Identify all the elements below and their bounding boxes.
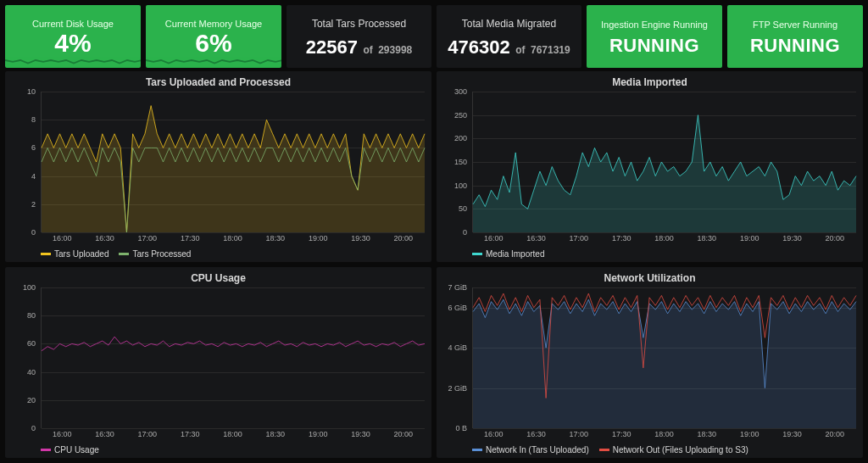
cpu-chart-panel: CPU Usage02040608010016:0016:3017:0017:3… (5, 267, 431, 458)
y-tick: 100 (454, 181, 467, 190)
legend-swatch (472, 253, 482, 255)
y-tick: 0 (463, 228, 467, 237)
chart-title: Tars Uploaded and Processed (5, 75, 431, 92)
y-tick: 2 GiB (448, 384, 467, 393)
chart-legend: CPU Usage (5, 443, 431, 455)
x-tick: 17:30 (612, 234, 632, 243)
chart-body: 0 B2 GiB4 GiB6 GiB7 GiB16:0016:3017:0017… (437, 287, 863, 443)
y-tick: 40 (27, 368, 36, 377)
y-axis: 0246810 (5, 92, 39, 232)
chart-svg (473, 92, 856, 232)
x-tick: 16:30 (526, 430, 546, 438)
memory-usage-card: Current Memory Usage 6% (146, 5, 281, 68)
y-tick: 7 GiB (448, 283, 467, 292)
x-tick: 16:00 (484, 234, 504, 243)
total-tars-title: Total Tars Processed (312, 18, 406, 30)
svg-marker-0 (42, 106, 425, 232)
y-tick: 10 (27, 87, 36, 96)
y-tick: 4 (31, 172, 36, 181)
chart-body: 024681016:0016:3017:0017:3018:0018:3019:… (5, 92, 431, 248)
x-tick: 19:00 (740, 234, 760, 243)
total-media-card: Total Media Migrated 476302 of 7671319 (437, 5, 581, 68)
ingestion-status-title: Ingestion Engine Running (601, 20, 708, 30)
chart-body: 05010015020025030016:0016:3017:0017:3018… (437, 92, 863, 248)
media-chart-panel: Media Imported05010015020025030016:0016:… (437, 71, 863, 262)
ftp-status-value: RUNNING (750, 35, 840, 57)
y-tick: 20 (27, 396, 36, 404)
x-tick: 16:00 (484, 430, 504, 438)
chart-svg (42, 92, 425, 232)
y-axis: 050100150200250300 (437, 92, 470, 232)
legend-label: CPU Usage (54, 445, 99, 455)
x-tick: 19:30 (782, 234, 802, 243)
legend-label: Tars Uploaded (54, 249, 108, 259)
x-tick: 16:30 (526, 234, 546, 243)
legend-swatch (472, 449, 482, 451)
legend-label: Media Imported (486, 249, 544, 259)
y-tick: 300 (454, 87, 467, 96)
y-tick: 0 B (455, 424, 467, 432)
x-tick: 17:00 (570, 234, 589, 243)
x-tick: 18:00 (654, 430, 674, 438)
net-chart-panel: Network Utilization0 B2 GiB4 GiB6 GiB7 G… (437, 267, 863, 458)
x-tick: 16:30 (95, 430, 114, 438)
total-tars-of: of (363, 44, 372, 56)
legend-swatch (41, 449, 51, 451)
x-tick: 19:00 (309, 234, 328, 243)
total-tars-card: Total Tars Processed 22567 of 293998 (287, 5, 431, 68)
x-tick: 18:00 (223, 430, 242, 438)
x-axis: 16:0016:3017:0017:3018:0018:3019:0019:30… (41, 428, 425, 443)
y-tick: 6 GiB (448, 304, 467, 312)
x-tick: 17:00 (138, 234, 158, 243)
top-metrics-row: Current Disk Usage 4% Current Memory Usa… (0, 0, 868, 71)
x-tick: 18:30 (698, 430, 717, 438)
plot-area (472, 92, 856, 232)
y-tick: 6 (31, 143, 36, 152)
total-media-value: 476302 (448, 36, 509, 58)
total-media-value-line: 476302 of 7671319 (448, 36, 570, 59)
disk-sparkline (5, 53, 141, 68)
legend-label: Tars Processed (132, 249, 191, 259)
y-tick: 250 (454, 111, 467, 120)
y-axis: 020406080100 (5, 287, 39, 428)
x-tick: 19:00 (740, 430, 760, 438)
disk-usage-card: Current Disk Usage 4% (5, 5, 141, 68)
x-axis: 16:0016:3017:0017:3018:0018:3019:0019:30… (472, 428, 856, 443)
chart-svg (473, 287, 856, 428)
x-tick: 19:30 (351, 430, 370, 438)
legend-item: CPU Usage (41, 445, 99, 455)
total-tars-value-line: 22567 of 293998 (306, 36, 412, 59)
chart-svg (42, 287, 425, 428)
x-tick: 17:30 (181, 234, 200, 243)
x-tick: 19:30 (782, 430, 802, 438)
x-tick: 17:00 (570, 430, 589, 438)
y-tick: 60 (27, 339, 36, 348)
y-axis: 0 B2 GiB4 GiB6 GiB7 GiB (437, 287, 470, 428)
x-axis: 16:0016:3017:0017:3018:0018:3019:0019:30… (472, 232, 856, 248)
y-tick: 150 (454, 158, 467, 166)
legend-item: Tars Processed (119, 249, 191, 259)
total-media-title: Total Media Migrated (462, 18, 556, 30)
chart-legend: Network In (Tars Uploaded)Network Out (F… (437, 443, 863, 455)
legend-item: Network Out (Files Uploading to S3) (599, 445, 748, 455)
svg-marker-1 (473, 115, 856, 232)
y-tick: 80 (27, 311, 36, 320)
series-0 (42, 337, 425, 351)
x-tick: 20:00 (826, 234, 845, 243)
y-tick: 0 (31, 424, 36, 432)
x-tick: 19:30 (351, 234, 370, 243)
legend-label: Network In (Tars Uploaded) (486, 445, 589, 455)
chart-legend: Tars UploadedTars Processed (5, 248, 431, 259)
x-tick: 16:30 (95, 234, 114, 243)
x-tick: 17:30 (612, 430, 632, 438)
total-tars-value: 22567 (306, 36, 358, 58)
y-tick: 50 (459, 204, 467, 213)
y-tick: 4 GiB (448, 343, 467, 352)
x-tick: 20:00 (394, 430, 414, 438)
chart-title: Media Imported (437, 75, 863, 92)
x-tick: 16:00 (53, 234, 72, 243)
plot-area (472, 287, 856, 428)
chart-title: CPU Usage (5, 271, 431, 287)
legend-label: Network Out (Files Uploading to S3) (613, 445, 748, 455)
plot-area (41, 92, 425, 232)
